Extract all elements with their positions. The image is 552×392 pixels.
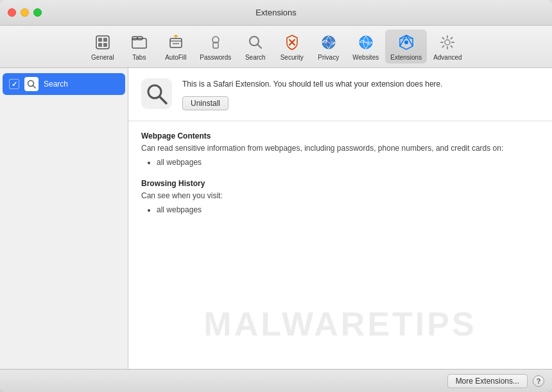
svg-point-26 [445,40,450,45]
close-button[interactable] [8,8,16,17]
extension-icon-large [141,78,172,109]
toolbar: General Tabs Au [0,26,552,68]
browsing-history-desc: Can see when you visit: [141,191,539,201]
main-window: Extensions General [0,0,552,392]
toolbar-item-privacy[interactable]: Privacy [311,30,346,64]
list-item: all webpages [157,204,539,216]
toolbar-item-passwords[interactable]: Passwords [194,30,236,64]
extensions-label: Extensions [390,54,422,61]
browsing-history-list: all webpages [141,204,539,216]
content-area: ✓ Search MALWARETIPS [0,68,552,369]
passwords-label: Passwords [200,54,231,61]
extension-info: This is a Safari Extension. You should t… [182,78,539,110]
svg-line-14 [257,44,261,48]
svg-line-28 [33,85,35,88]
websites-label: Websites [352,54,379,61]
toolbar-item-websites[interactable]: Websites [347,30,384,64]
privacy-label: Privacy [318,54,339,61]
sidebar-item-label: Search [44,80,68,89]
extension-description: This is a Safari Extension. You should t… [182,78,539,90]
webpage-contents-title: Webpage Contents [141,132,539,141]
browsing-history-title: Browsing History [141,179,539,188]
footer: More Extensions... ? [0,369,552,392]
permissions-section: Webpage Contents Can read sensitive info… [128,121,552,237]
search-toolbar-icon [245,32,266,53]
main-panel: MALWARETIPS This is a Safari Extension. … [128,68,552,369]
security-label: Security [280,54,304,61]
toolbar-item-tabs[interactable]: Tabs [121,30,157,64]
advanced-icon [437,32,458,53]
webpage-contents-group: Webpage Contents Can read sensitive info… [141,132,539,169]
minimize-button[interactable] [21,8,29,17]
autofill-label: AutoFill [165,54,186,61]
extensions-icon [396,32,417,53]
checkmark-icon: ✓ [12,80,17,89]
toolbar-item-autofill[interactable]: AutoFill [158,30,193,64]
advanced-label: Advanced [433,54,461,61]
svg-rect-4 [103,43,107,47]
toolbar-item-search[interactable]: Search [237,30,273,64]
tabs-label: Tabs [132,54,146,61]
extension-header: This is a Safari Extension. You should t… [128,68,552,121]
websites-icon [356,32,376,53]
extension-enabled-checkbox[interactable]: ✓ [9,79,19,89]
search-label: Search [245,54,266,61]
tabs-icon [129,32,150,53]
svg-line-30 [160,97,166,103]
watermark: MALWARETIPS [128,305,552,343]
security-icon [282,32,302,53]
toolbar-item-security[interactable]: Security [274,30,309,64]
title-bar: Extensions [0,0,552,26]
sidebar-item-search[interactable]: ✓ Search [3,73,125,95]
browsing-history-group: Browsing History Can see when you visit:… [141,179,539,216]
toolbar-item-advanced[interactable]: Advanced [428,30,467,64]
autofill-icon [166,32,186,53]
webpage-contents-list: all webpages [141,157,539,169]
general-icon [92,32,113,53]
more-extensions-button[interactable]: More Extensions... [447,374,528,388]
svg-rect-1 [98,38,102,42]
uninstall-button[interactable]: Uninstall [182,96,229,110]
sidebar: ✓ Search [0,68,128,369]
toolbar-item-general[interactable]: General [85,30,120,64]
help-button[interactable]: ? [533,375,544,387]
privacy-icon [318,32,339,53]
maximize-button[interactable] [33,8,42,17]
toolbar-item-extensions[interactable]: Extensions [385,30,427,64]
svg-rect-8 [170,38,182,47]
extension-icon-small [24,77,39,91]
svg-point-25 [404,40,408,44]
list-item: all webpages [157,157,539,169]
traffic-lights [8,8,42,17]
svg-rect-2 [103,38,107,42]
passwords-icon [205,32,226,53]
svg-rect-0 [96,36,109,49]
webpage-contents-desc: Can read sensitive information from webp… [141,143,539,154]
svg-rect-3 [98,43,102,47]
general-label: General [91,54,114,61]
window-title: Extensions [255,8,297,17]
